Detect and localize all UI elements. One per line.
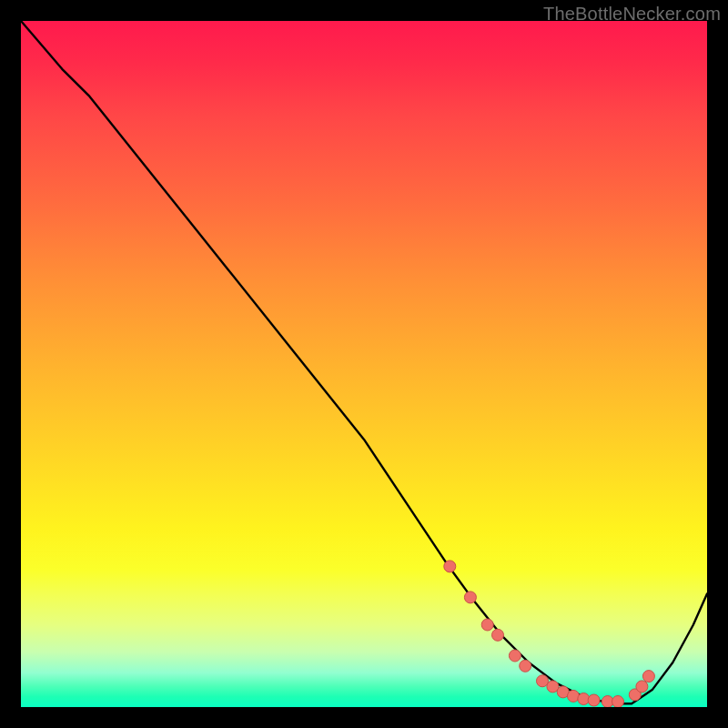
highlight-dots bbox=[444, 561, 655, 707]
marker-dot bbox=[636, 681, 648, 693]
curve-layer bbox=[21, 21, 707, 707]
marker-dot bbox=[520, 660, 531, 672]
marker-dot bbox=[642, 671, 654, 682]
marker-dot bbox=[464, 592, 476, 603]
chart-frame: TheBottleNecker.com bbox=[0, 0, 728, 728]
plot-area bbox=[21, 21, 707, 707]
watermark-text: TheBottleNecker.com bbox=[543, 4, 721, 25]
marker-dot bbox=[537, 675, 549, 687]
marker-dot bbox=[444, 561, 456, 572]
bottleneck-curve bbox=[21, 21, 707, 703]
marker-dot bbox=[509, 650, 521, 662]
marker-dot bbox=[612, 696, 624, 708]
marker-dot bbox=[481, 619, 493, 631]
marker-dot bbox=[492, 629, 504, 641]
marker-dot bbox=[588, 694, 600, 706]
